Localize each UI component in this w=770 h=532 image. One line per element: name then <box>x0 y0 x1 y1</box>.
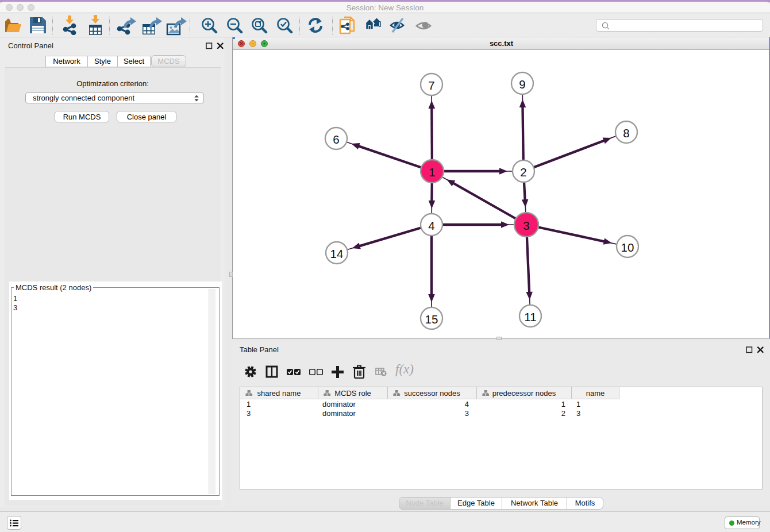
svg-text:9: 9 <box>519 78 525 91</box>
svg-text:3: 3 <box>523 219 529 232</box>
svg-text:1: 1 <box>429 165 435 179</box>
svg-text:10: 10 <box>621 241 634 254</box>
svg-text:11: 11 <box>524 310 536 323</box>
svg-text:4: 4 <box>428 219 434 232</box>
svg-text:15: 15 <box>425 313 438 326</box>
svg-text:14: 14 <box>330 247 344 260</box>
svg-text:8: 8 <box>623 126 629 140</box>
svg-text:2: 2 <box>520 165 526 179</box>
svg-text:7: 7 <box>428 79 434 92</box>
svg-text:6: 6 <box>333 133 339 146</box>
